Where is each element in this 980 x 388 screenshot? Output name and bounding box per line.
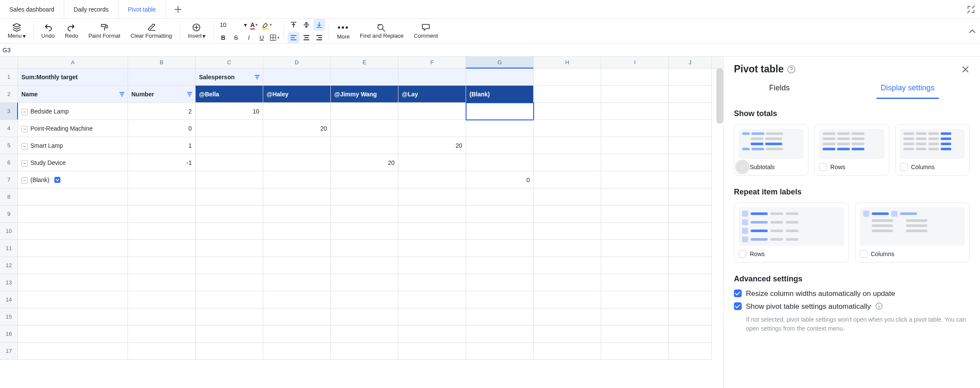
cell[interactable]: 20: [331, 154, 398, 171]
cell[interactable]: @Jimmy Wang: [331, 86, 398, 103]
cell[interactable]: [196, 223, 263, 240]
cell[interactable]: @Haley: [263, 86, 331, 103]
cell[interactable]: [669, 188, 712, 206]
cell[interactable]: [398, 171, 466, 188]
cell[interactable]: [331, 69, 398, 86]
row-header[interactable]: 6: [0, 154, 18, 171]
undo-button[interactable]: Undo: [37, 23, 59, 39]
cell[interactable]: [534, 86, 601, 103]
cell[interactable]: [601, 343, 669, 360]
checkbox[interactable]: [734, 302, 742, 310]
col-header-E[interactable]: E: [331, 57, 398, 68]
bold-button[interactable]: B: [217, 32, 229, 44]
cell[interactable]: [601, 86, 669, 103]
cell[interactable]: [466, 103, 534, 120]
cell[interactable]: [128, 223, 196, 240]
cell[interactable]: [601, 206, 669, 223]
cell[interactable]: [669, 206, 712, 223]
underline-button[interactable]: U: [255, 32, 267, 44]
cell[interactable]: Name: [18, 86, 128, 103]
col-header-H[interactable]: H: [534, 57, 601, 68]
clear-formatting-button[interactable]: Clear Formatting: [126, 23, 176, 39]
cell[interactable]: [398, 120, 466, 137]
cell[interactable]: [398, 154, 466, 171]
row-header[interactable]: 16: [0, 325, 18, 343]
cell[interactable]: [466, 325, 534, 343]
cell[interactable]: [466, 188, 534, 206]
cell[interactable]: [398, 103, 466, 120]
cell[interactable]: [263, 291, 331, 308]
cell[interactable]: –(Blank): [18, 171, 128, 188]
cell[interactable]: [196, 171, 263, 188]
col-header-B[interactable]: B: [128, 57, 196, 68]
cell[interactable]: [669, 69, 712, 86]
filter-icon[interactable]: [254, 74, 260, 80]
valign-bottom-button[interactable]: [313, 19, 325, 31]
cell[interactable]: [263, 137, 331, 154]
row-header[interactable]: 8: [0, 188, 18, 206]
resize-columns-option[interactable]: Resize column widths automatically on up…: [734, 290, 970, 298]
cell[interactable]: [196, 137, 263, 154]
cell[interactable]: 20: [263, 120, 331, 137]
cell[interactable]: [466, 154, 534, 171]
expand-icon[interactable]: [54, 176, 61, 183]
cell[interactable]: [398, 223, 466, 240]
cell[interactable]: [669, 86, 712, 103]
cell[interactable]: [534, 291, 601, 308]
cell[interactable]: [263, 188, 331, 206]
tab-daily-records[interactable]: Daily records: [64, 0, 119, 18]
spreadsheet-grid[interactable]: A B C D E F G H I J 1 Sum:Monthly target…: [0, 57, 723, 388]
paint-format-button[interactable]: Paint Format: [84, 23, 125, 39]
cell[interactable]: [128, 69, 196, 86]
cell[interactable]: [534, 308, 601, 325]
cell[interactable]: [534, 257, 601, 274]
cell[interactable]: [263, 257, 331, 274]
cell[interactable]: [534, 120, 601, 137]
col-header-I[interactable]: I: [601, 57, 669, 68]
cell[interactable]: 1: [128, 137, 196, 154]
checkbox[interactable]: [860, 250, 867, 258]
checkbox[interactable]: [900, 163, 908, 171]
cell[interactable]: [18, 343, 128, 360]
cell[interactable]: [196, 154, 263, 171]
row-header[interactable]: 1: [0, 69, 18, 86]
cell[interactable]: [398, 69, 466, 86]
tab-pivot-table[interactable]: Pivot table: [119, 0, 166, 18]
cell[interactable]: [601, 291, 669, 308]
cell[interactable]: [534, 325, 601, 343]
cell[interactable]: [263, 343, 331, 360]
cell[interactable]: [18, 188, 128, 206]
tab-sales-dashboard[interactable]: Sales dashboard: [0, 0, 64, 18]
row-header[interactable]: 12: [0, 257, 18, 274]
cell[interactable]: Number: [128, 86, 196, 103]
fill-color-button[interactable]: ▾: [261, 19, 273, 31]
cell[interactable]: [196, 308, 263, 325]
row-header[interactable]: 17: [0, 343, 18, 360]
font-size-select[interactable]: 10 ▾: [217, 21, 247, 28]
cell[interactable]: [601, 69, 669, 86]
cell[interactable]: [669, 171, 712, 188]
cell[interactable]: [331, 171, 398, 188]
comment-button[interactable]: Comment: [410, 23, 442, 39]
cell[interactable]: [196, 274, 263, 291]
cell[interactable]: [196, 325, 263, 343]
valign-middle-button[interactable]: [300, 19, 312, 31]
cell[interactable]: [398, 274, 466, 291]
cell[interactable]: [534, 154, 601, 171]
col-header-C[interactable]: C: [196, 57, 263, 68]
cell[interactable]: [534, 240, 601, 257]
cell[interactable]: [466, 69, 534, 86]
cell[interactable]: [128, 188, 196, 206]
cell[interactable]: @Bella: [196, 86, 263, 103]
cell[interactable]: [669, 240, 712, 257]
cell[interactable]: –Point-Reading Machine: [18, 120, 128, 137]
cell[interactable]: [601, 325, 669, 343]
cell[interactable]: [331, 274, 398, 291]
cell[interactable]: [669, 325, 712, 343]
checkbox[interactable]: [739, 250, 746, 258]
cell[interactable]: [263, 325, 331, 343]
cell[interactable]: [331, 325, 398, 343]
cell[interactable]: [128, 206, 196, 223]
cell[interactable]: [331, 308, 398, 325]
cell[interactable]: [534, 343, 601, 360]
